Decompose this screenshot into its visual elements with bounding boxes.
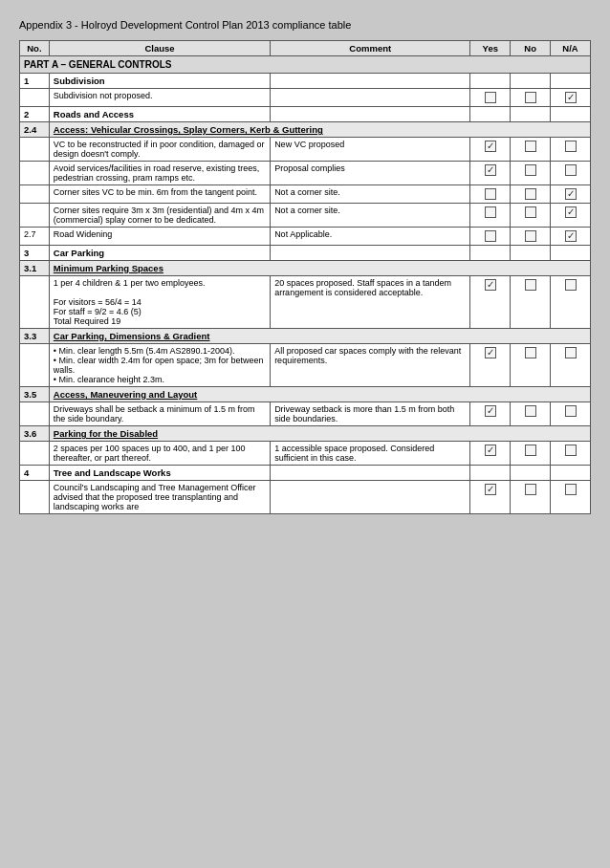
compliance-table: No. Clause Comment Yes No N/A PART A – G…	[19, 40, 591, 514]
no2-cell[interactable]	[511, 344, 551, 387]
table-row: Subdivision not proposed.	[20, 89, 591, 107]
no2-cell[interactable]	[511, 481, 551, 514]
checkbox[interactable]	[525, 484, 536, 495]
checkbox[interactable]	[485, 279, 496, 291]
na-cell[interactable]	[551, 185, 591, 204]
no-cell: 1	[20, 74, 50, 89]
checkbox[interactable]	[565, 230, 577, 242]
na-cell[interactable]	[551, 138, 591, 162]
section-header-cell: PART A – GENERAL CONTROLS	[20, 56, 591, 74]
subsection-header-cell: Access, Maneuvering and Layout	[49, 387, 590, 402]
no-cell	[20, 481, 50, 514]
checkbox[interactable]	[525, 141, 536, 152]
checkbox[interactable]	[485, 92, 496, 103]
no2-cell	[511, 466, 551, 481]
na-cell[interactable]	[551, 204, 591, 228]
yes-cell	[470, 74, 511, 89]
yes-cell[interactable]	[470, 276, 511, 329]
checkbox[interactable]	[565, 141, 577, 152]
no2-cell[interactable]	[511, 138, 551, 162]
checkbox[interactable]	[485, 206, 496, 218]
yes-cell[interactable]	[470, 481, 511, 514]
yes-cell[interactable]	[470, 185, 511, 204]
no2-cell[interactable]	[511, 442, 551, 466]
checkbox[interactable]	[565, 445, 577, 456]
na-cell[interactable]	[551, 162, 591, 185]
yes-cell[interactable]	[470, 442, 511, 466]
no-cell	[20, 162, 50, 185]
checkbox[interactable]	[525, 188, 536, 200]
na-cell[interactable]	[551, 344, 591, 387]
no2-cell	[511, 107, 551, 122]
checkbox[interactable]	[485, 188, 496, 200]
na-cell	[551, 74, 591, 89]
yes-cell[interactable]	[470, 204, 511, 228]
checkbox[interactable]	[525, 164, 536, 176]
na-cell	[551, 246, 591, 261]
yes-cell[interactable]	[470, 402, 511, 426]
checkbox[interactable]	[485, 230, 496, 242]
yes-cell[interactable]	[470, 344, 511, 387]
checkbox[interactable]	[565, 206, 577, 218]
no-cell	[20, 138, 50, 162]
comment-cell: Not a corner site.	[271, 204, 470, 228]
checkbox[interactable]	[565, 92, 577, 103]
checkbox[interactable]	[565, 405, 577, 417]
na-cell[interactable]	[551, 89, 591, 107]
no2-cell[interactable]	[511, 204, 551, 228]
checkbox[interactable]	[525, 279, 536, 291]
checkbox[interactable]	[565, 188, 577, 200]
comment-cell: Driveway setback is more than 1.5 m from…	[271, 402, 470, 426]
checkbox[interactable]	[525, 92, 536, 103]
na-cell[interactable]	[551, 402, 591, 426]
na-cell[interactable]	[551, 228, 591, 246]
clause-cell: Corner sites require 3m x 3m (residentia…	[49, 204, 270, 228]
checkbox[interactable]	[485, 141, 496, 152]
na-cell[interactable]	[551, 276, 591, 329]
yes-cell[interactable]	[470, 89, 511, 107]
checkbox[interactable]	[485, 445, 496, 456]
no2-cell[interactable]	[511, 89, 551, 107]
yes-cell[interactable]	[470, 162, 511, 185]
checkbox[interactable]	[525, 206, 536, 218]
no2-cell[interactable]	[511, 402, 551, 426]
checkbox[interactable]	[485, 164, 496, 176]
no-cell	[20, 402, 50, 426]
header-no: No.	[20, 41, 50, 56]
checkbox[interactable]	[525, 230, 536, 242]
comment-cell	[271, 89, 470, 107]
no2-cell[interactable]	[511, 228, 551, 246]
no2-cell[interactable]	[511, 162, 551, 185]
table-row: 2.7Road WideningNot Applicable.	[20, 228, 591, 246]
checkbox[interactable]	[565, 279, 577, 291]
checkbox[interactable]	[525, 347, 536, 358]
subsection-header-cell: Access: Vehicular Crossings, Splay Corne…	[49, 122, 590, 138]
comment-cell	[271, 107, 470, 122]
checkbox[interactable]	[485, 347, 496, 358]
table-row: VC to be reconstructed if in poor condit…	[20, 138, 591, 162]
clause-cell: Council's Landscaping and Tree Managemen…	[49, 481, 270, 514]
na-cell[interactable]	[551, 481, 591, 514]
subsection-header-cell: Parking for the Disabled	[49, 426, 590, 442]
clause-cell: Driveways shall be setback a minimum of …	[49, 402, 270, 426]
yes-cell	[470, 466, 511, 481]
no2-cell[interactable]	[511, 276, 551, 329]
subsection-header-cell: Car Parking, Dimensions & Gradient	[49, 329, 590, 344]
na-cell[interactable]	[551, 442, 591, 466]
checkbox[interactable]	[565, 164, 577, 176]
table-row: Corner sites require 3m x 3m (residentia…	[20, 204, 591, 228]
yes-cell[interactable]	[470, 138, 511, 162]
no-cell	[20, 442, 50, 466]
checkbox[interactable]	[565, 347, 577, 358]
checkbox[interactable]	[485, 405, 496, 417]
no2-cell[interactable]	[511, 185, 551, 204]
table-row: 1Subdivision	[20, 74, 591, 89]
header-comment: Comment	[271, 41, 470, 56]
checkbox[interactable]	[485, 484, 496, 495]
checkbox[interactable]	[565, 484, 577, 495]
no-cell: 3.3	[20, 329, 50, 344]
checkbox[interactable]	[525, 405, 536, 417]
yes-cell[interactable]	[470, 228, 511, 246]
table-row: 3.1Minimum Parking Spaces	[20, 261, 591, 276]
checkbox[interactable]	[525, 445, 536, 456]
